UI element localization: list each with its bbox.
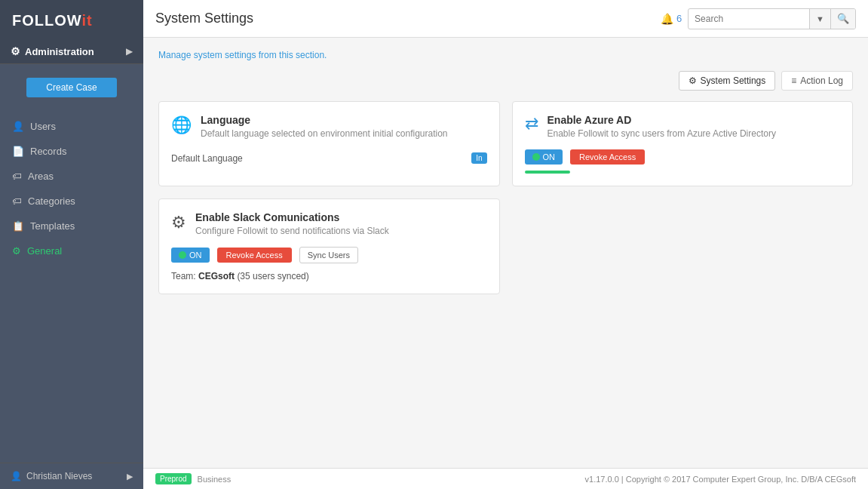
- globe-icon: 🌐: [171, 115, 192, 135]
- footer-chevron-icon: ▶: [127, 472, 133, 481]
- templates-icon: 📋: [12, 220, 24, 232]
- categories-icon: 🏷: [12, 195, 22, 207]
- sync-users-button[interactable]: Sync Users: [299, 247, 358, 263]
- section-description: Manage system settings from this section…: [158, 50, 853, 60]
- create-case-button[interactable]: Create Case: [26, 78, 117, 97]
- top-bar: System Settings 🔔 6 ▼ 🔍: [143, 0, 868, 38]
- language-card: 🌐 Language Default language selected on …: [158, 101, 500, 186]
- azure-controls: ON Revoke Access: [525, 149, 841, 165]
- azure-card-header: ⇄ Enable Azure AD Enable Followit to syn…: [525, 114, 841, 139]
- slack-revoke-button[interactable]: Revoke Access: [217, 248, 292, 263]
- preprod-badge: Preprod: [155, 473, 192, 484]
- slack-card-subtitle: Configure Followit to send notifications…: [195, 226, 389, 236]
- general-icon: ⚙: [12, 245, 21, 257]
- filter-button[interactable]: ▼: [809, 9, 830, 29]
- search-input[interactable]: [689, 11, 809, 27]
- page-title: System Settings: [155, 11, 253, 26]
- admin-section[interactable]: ⚙ Administration ▶: [0, 38, 143, 64]
- language-row: Default Language In: [171, 149, 487, 164]
- azure-icon: ⇄: [525, 114, 538, 134]
- action-tabs-row: ⚙ System Settings ≡ Action Log: [158, 71, 853, 91]
- search-button[interactable]: 🔍: [830, 9, 855, 29]
- footer-user[interactable]: 👤 Christian Nieves: [11, 471, 92, 481]
- azure-card: ⇄ Enable Azure AD Enable Followit to syn…: [512, 101, 854, 186]
- version-text: v1.17.0.0 | Copyright © 2017 Computer Ex…: [585, 475, 856, 484]
- cards-grid: 🌐 Language Default language selected on …: [158, 101, 853, 294]
- slack-on-button[interactable]: ON: [171, 248, 210, 263]
- slack-card: ⚙ Enable Slack Comunications Configure F…: [158, 198, 500, 294]
- sidebar-item-areas[interactable]: 🏷 Areas: [0, 164, 143, 189]
- admin-label: ⚙ Administration: [11, 45, 94, 57]
- action-log-tab[interactable]: ≡ Action Log: [781, 71, 853, 91]
- on-indicator-icon: [532, 153, 540, 161]
- default-lang-label: Default Language: [171, 153, 243, 164]
- chevron-right-icon: ▶: [126, 46, 133, 57]
- sidebar-footer: 👤 Christian Nieves ▶: [0, 463, 143, 489]
- azure-card-title: Enable Azure AD: [547, 114, 776, 126]
- sidebar-item-general[interactable]: ⚙ General: [0, 238, 143, 263]
- lang-badge: In: [471, 152, 486, 164]
- users-icon: 👤: [12, 121, 24, 132]
- areas-icon: 🏷: [12, 171, 22, 182]
- bell-icon: 🔔: [661, 13, 673, 25]
- sidebar-item-categories[interactable]: 🏷 Categories: [0, 189, 143, 214]
- bottom-left: Preprod Business: [155, 473, 231, 484]
- slack-on-indicator: [179, 251, 186, 259]
- team-info: Team: CEGsoft (35 users synced): [171, 271, 309, 281]
- logo: FOLLOWit: [12, 12, 93, 29]
- slack-icon: ⚙: [171, 213, 186, 232]
- user-icon: 👤: [11, 471, 22, 481]
- content-area: Manage system settings from this section…: [143, 38, 868, 468]
- language-card-subtitle: Default language selected on environment…: [201, 128, 448, 139]
- azure-progress-bar: [525, 171, 570, 174]
- azure-revoke-button[interactable]: Revoke Access: [570, 149, 645, 165]
- slack-controls: ON Revoke Access Sync Users Team: CEGsof…: [171, 247, 487, 281]
- team-name: CEGsoft: [198, 271, 235, 281]
- logo-area: FOLLOWit: [0, 0, 143, 38]
- top-bar-right: 🔔 6 ▼ 🔍: [661, 8, 856, 29]
- notification-badge[interactable]: 🔔 6: [661, 13, 682, 25]
- azure-card-subtitle: Enable Followit to sync users from Azure…: [547, 128, 776, 139]
- language-card-header: 🌐 Language Default language selected on …: [171, 114, 487, 139]
- slack-card-header: ⚙ Enable Slack Comunications Configure F…: [171, 211, 487, 236]
- sidebar: FOLLOWit ⚙ Administration ▶ Create Case …: [0, 0, 143, 489]
- records-icon: 📄: [12, 146, 24, 157]
- system-settings-tab[interactable]: ⚙ System Settings: [679, 71, 776, 91]
- sidebar-item-users[interactable]: 👤 Users: [0, 114, 143, 139]
- slack-card-title: Enable Slack Comunications: [195, 211, 389, 223]
- language-card-title: Language: [201, 114, 448, 126]
- search-box: ▼ 🔍: [688, 8, 856, 29]
- main-content: System Settings 🔔 6 ▼ 🔍 Manage system se…: [143, 0, 868, 489]
- sidebar-item-templates[interactable]: 📋 Templates: [0, 214, 143, 238]
- sidebar-nav: 👤 Users 📄 Records 🏷 Areas 🏷 Categories 📋…: [0, 111, 143, 463]
- sidebar-item-records[interactable]: 📄 Records: [0, 139, 143, 164]
- settings-icon: ⚙: [689, 75, 697, 86]
- azure-on-button[interactable]: ON: [525, 149, 563, 165]
- list-icon: ≡: [791, 75, 796, 86]
- bottom-bar: Preprod Business v1.17.0.0 | Copyright ©…: [143, 468, 868, 489]
- gear-icon: ⚙: [11, 45, 20, 57]
